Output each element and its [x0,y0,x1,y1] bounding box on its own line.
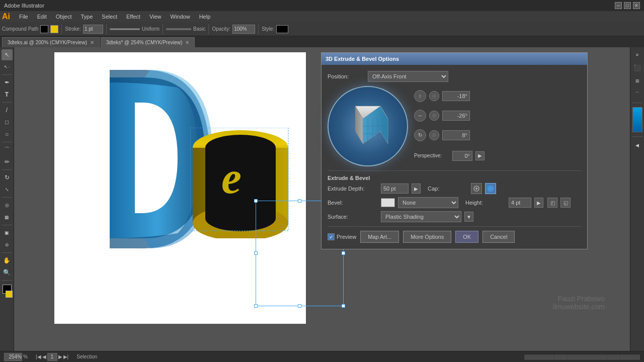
background-color[interactable] [6,291,13,298]
map-art-button[interactable]: Map Art... [360,231,399,243]
ok-button[interactable]: OK [455,231,478,243]
rect-tool[interactable]: □ [2,117,13,128]
cap-btn-1[interactable] [471,183,482,194]
type-tool[interactable]: T [2,89,13,100]
angle1-input[interactable] [442,91,470,101]
angle1-dial[interactable] [429,91,439,101]
page-next-btn[interactable]: ▶ [58,354,62,359]
scale-tool[interactable]: ⤡ [2,184,13,195]
bevel-row: Bevel: None Height: ▶ ◰ ◱ [328,197,581,208]
menu-object[interactable]: Object [52,13,76,21]
panel-layers[interactable]: ≡ [632,49,643,60]
bevel-select[interactable]: None [398,197,458,208]
more-options-button[interactable]: More Options [403,231,451,243]
canvas[interactable]: e Fauzi Prabowoilmuwebsite.com [14,47,630,351]
hand-tool[interactable]: ✋ [2,255,13,266]
eyedropper-tool[interactable]: ⊘ [2,239,13,250]
perspective-btn[interactable]: ▶ [475,151,485,160]
extrude-depth-dropdown[interactable]: ▶ [412,184,421,194]
line-tool[interactable]: / [2,105,13,116]
preview-check-area: ✓ Preview [328,233,356,240]
height-dropdown[interactable]: ▶ [534,198,543,208]
menu-effect[interactable]: Effect [122,13,144,21]
svg-text:e: e [221,153,242,203]
menu-window[interactable]: Window [167,13,194,21]
style-swatch[interactable] [276,25,288,33]
tab-2[interactable]: 3dteks* @ 254% (CMYK/Preview) ✕ [101,37,195,47]
app-title: Adobe Illustrator [4,3,44,9]
gradient-tool[interactable]: ▣ [2,227,13,238]
handle-br[interactable] [342,304,345,308]
menu-type[interactable]: Type [77,13,97,21]
tool-sep-3 [2,142,12,142]
pen-tool[interactable]: ✒ [2,77,13,88]
chart-tool[interactable]: ▦ [2,212,13,223]
perspective-input[interactable] [452,151,472,161]
extrude-depth-input[interactable] [381,184,409,194]
page-prev-btn[interactable]: ◀ [42,354,46,359]
menu-file[interactable]: File [15,13,32,21]
minimize-button[interactable]: ─ [615,2,622,9]
brush-tool[interactable]: ⌒ [2,144,13,155]
angle3-icon[interactable]: ↻ [414,129,426,141]
panel-brush[interactable]: ⌒ [632,88,643,100]
menu-edit[interactable]: Edit [33,13,51,21]
handle-mr[interactable] [342,251,345,255]
stroke-swatch[interactable] [50,25,58,33]
maximize-button[interactable]: □ [624,2,631,9]
angle1-icon[interactable]: ↕ [414,90,426,102]
surface-select[interactable]: Plastic Shading [381,211,461,222]
panel-expand[interactable]: ◀ [632,140,643,151]
cancel-button[interactable]: Cancel [482,231,515,243]
page-first-btn[interactable]: |◀ [36,354,41,359]
divider-2 [328,226,581,227]
position-select[interactable]: Off-Axis Front [368,71,448,82]
handle-ml[interactable] [254,251,258,255]
panel-colors[interactable]: ⬛ [632,62,643,73]
angle2-input[interactable] [442,111,470,121]
pencil-tool[interactable]: ✏ [2,156,13,167]
angle2-dial[interactable] [429,111,439,121]
handle-bl[interactable] [254,304,258,308]
height-input[interactable] [509,198,531,208]
menu-help[interactable]: Help [195,13,215,21]
page-last-btn[interactable]: ▶| [63,354,69,359]
direct-selection-tool[interactable]: ↖· [2,61,13,72]
angle-row-2: ↔ [414,110,581,122]
bevel-btn-1[interactable]: ◰ [547,198,557,208]
stroke-label: Stroke: [65,26,81,32]
dialog-titlebar[interactable]: 3D Extrude & Bevel Options [321,53,587,65]
handle-tm[interactable] [298,199,301,203]
ellipse-tool[interactable]: ○ [2,129,13,140]
tab-2-close[interactable]: ✕ [185,40,189,45]
zoom-tool[interactable]: 🔍 [2,267,13,278]
preview-checkbox[interactable]: ✓ [328,233,335,240]
stroke-value-input[interactable] [83,25,103,34]
cap-btn-2[interactable] [485,183,496,194]
title-bar: Adobe Illustrator ─ □ ✕ [0,0,644,11]
tab-1-close[interactable]: ✕ [90,40,94,45]
height-label: Height: [465,200,506,206]
zoom-input[interactable] [4,353,22,361]
panel-swatches[interactable]: ⊞ [632,75,643,86]
handle-bm[interactable] [298,304,301,308]
angle3-dial[interactable] [429,130,439,140]
surface-dropdown[interactable]: ▼ [464,212,473,222]
bevel-swatch [381,198,395,207]
close-button[interactable]: ✕ [633,2,640,9]
page-input[interactable] [47,353,57,361]
fill-swatch[interactable] [40,25,48,33]
cap-icon-1 [472,185,480,193]
rotate-tool[interactable]: ↻ [2,172,13,183]
bevel-btn-2[interactable]: ◱ [560,198,571,208]
selection-tool[interactable]: ↖ [2,49,13,60]
angle3-input[interactable] [442,130,470,140]
opacity-input[interactable] [232,25,255,34]
menu-view[interactable]: View [145,13,166,21]
angle2-icon[interactable]: ↔ [414,110,426,122]
tab-1[interactable]: 3dteks.ai @ 200% (CMYK/Preview) ✕ [2,37,100,47]
handle-tl[interactable] [254,199,258,203]
blend-tool[interactable]: ◎ [2,200,13,211]
menu-select[interactable]: Select [98,13,121,21]
tool-sep-2 [2,102,12,103]
